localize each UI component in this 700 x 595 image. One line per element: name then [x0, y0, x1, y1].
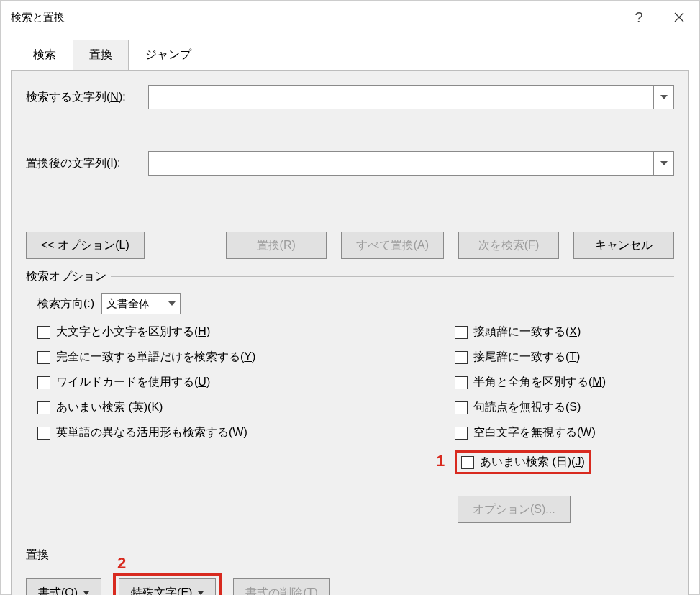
tab-strip: 検索 置換 ジャンプ [17, 40, 689, 71]
tab-replace[interactable]: 置換 [73, 40, 129, 71]
fuzzy-options-row: オプション(S)... [455, 496, 674, 523]
clear-format-button[interactable]: 書式の削除(T) [233, 578, 329, 595]
replace-format-buttons: 書式(O) 2 特殊文字(E) 書式の削除(T) [26, 573, 674, 595]
whole-words-checkbox[interactable]: 完全に一致する単語だけを検索する(Y) [37, 350, 455, 365]
replace-all-button[interactable]: すべて置換(A) [341, 232, 444, 259]
action-buttons: << オプション(L) 置換(R) すべて置換(A) 次を検索(F) キャンセル [26, 232, 674, 259]
match-suffix-checkbox[interactable]: 接尾辞に一致する(T) [455, 350, 674, 365]
right-column: 接頭辞に一致する(X) 接尾辞に一致する(T) 半角と全角を区別する(M) 句読… [455, 324, 674, 523]
half-full-width-checkbox[interactable]: 半角と全角を区別する(M) [455, 375, 674, 390]
search-options: 検索方向(:) 文書全体 大文字と小文字を区別する(H) 完全に一致する単語だけ… [26, 293, 674, 523]
direction-select[interactable]: 文書全体 [101, 293, 181, 314]
search-options-title: 検索オプション [26, 269, 674, 284]
dialog-content: 検索 置換 ジャンプ 検索する文字列(N): 置換後の文字列(I): << オプ… [1, 34, 699, 595]
ignore-punctuation-checkbox[interactable]: 句読点を無視する(S) [455, 400, 674, 415]
close-button[interactable] [659, 1, 699, 34]
chevron-down-icon [83, 591, 89, 595]
chevron-down-icon [660, 95, 668, 99]
replace-input[interactable] [148, 151, 674, 176]
less-options-button[interactable]: << オプション(L) [26, 232, 145, 259]
direction-label: 検索方向(:) [37, 296, 94, 312]
help-button[interactable]: ? [619, 1, 659, 34]
highlight-2: 2 特殊文字(E) [113, 573, 222, 595]
replace-label: 置換後の文字列(I): [26, 156, 148, 171]
tab-jump[interactable]: ジャンプ [129, 40, 208, 71]
match-case-checkbox[interactable]: 大文字と小文字を区別する(H) [37, 324, 455, 340]
annotation-1: 1 [436, 452, 445, 471]
word-forms-checkbox[interactable]: 英単語の異なる活用形も検索する(W) [37, 425, 455, 440]
find-label: 検索する文字列(N): [26, 90, 148, 105]
replace-row: 置換後の文字列(I): [26, 151, 674, 176]
direction-value: 文書全体 [106, 297, 150, 311]
find-replace-dialog: 検索と置換 ? 検索 置換 ジャンプ 検索する文字列(N): 置換後の文字列(I… [0, 0, 700, 595]
titlebar: 検索と置換 ? [1, 1, 699, 34]
annotation-2: 2 [117, 554, 126, 573]
chevron-down-icon [198, 591, 204, 595]
replace-dropdown-button[interactable] [653, 152, 673, 175]
find-dropdown-button[interactable] [653, 86, 673, 109]
left-column: 大文字と小文字を区別する(H) 完全に一致する単語だけを検索する(Y) ワイルド… [37, 324, 455, 523]
find-next-button[interactable]: 次を検索(F) [458, 232, 559, 259]
close-icon [674, 12, 684, 22]
replace-button[interactable]: 置換(R) [226, 232, 327, 259]
cancel-button[interactable]: キャンセル [573, 232, 674, 259]
tab-body: 検索する文字列(N): 置換後の文字列(I): << オプション(L) 置換(R… [11, 70, 689, 595]
checkbox-columns: 大文字と小文字を区別する(H) 完全に一致する単語だけを検索する(Y) ワイルド… [37, 324, 674, 523]
highlight-1: あいまい検索 (日)(J) [455, 450, 591, 474]
tab-search[interactable]: 検索 [17, 40, 73, 71]
match-prefix-checkbox[interactable]: 接頭辞に一致する(X) [455, 324, 674, 340]
format-button[interactable]: 書式(O) [26, 578, 101, 595]
find-input[interactable] [148, 85, 674, 109]
chevron-down-icon [660, 161, 668, 165]
fuzzy-options-button[interactable]: オプション(S)... [458, 496, 571, 523]
dialog-title: 検索と置換 [11, 11, 619, 24]
direction-dropdown-button[interactable] [163, 294, 180, 314]
chevron-down-icon [168, 301, 176, 306]
wildcards-checkbox[interactable]: ワイルドカードを使用する(U) [37, 375, 455, 390]
fuzzy-en-checkbox[interactable]: あいまい検索 (英)(K) [37, 400, 455, 415]
direction-row: 検索方向(:) 文書全体 [37, 293, 674, 314]
fuzzy-jp-checkbox[interactable]: あいまい検索 (日)(J) [461, 455, 585, 470]
ignore-whitespace-checkbox[interactable]: 空白文字を無視する(W) [455, 425, 674, 440]
find-row: 検索する文字列(N): [26, 85, 674, 109]
special-chars-button[interactable]: 特殊文字(E) [119, 578, 216, 595]
